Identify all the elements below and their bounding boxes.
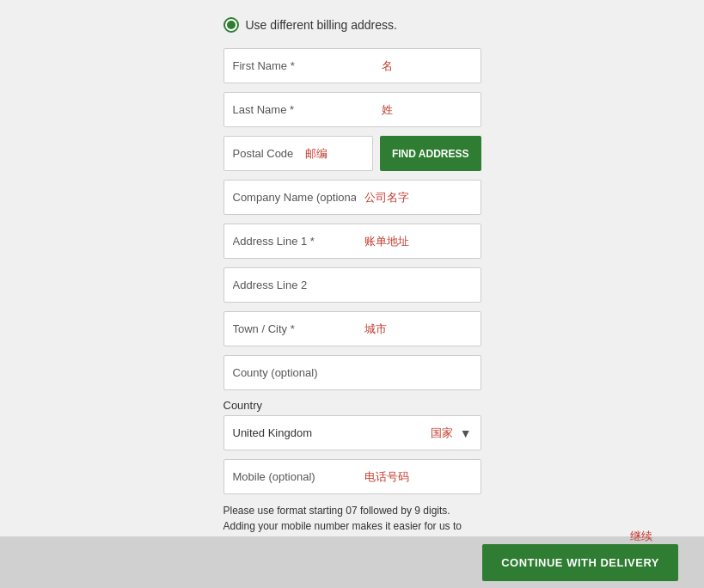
billing-address-form: Use different billing address. 名 姓 邮编 FI… [223, 17, 481, 549]
postal-code-hint: 邮编 [305, 146, 328, 162]
town-hint: 城市 [364, 322, 394, 337]
continue-with-delivery-button[interactable]: CONTINUE WITH DELIVERY [482, 544, 678, 581]
last-name-input[interactable] [224, 93, 378, 126]
county-field [223, 355, 481, 390]
address-line2-field [223, 267, 481, 303]
address-line2-input[interactable] [224, 268, 481, 302]
find-address-button[interactable]: FIND ADDRESS [380, 136, 481, 171]
continue-hint: 继续 [630, 529, 652, 544]
postal-row: 邮编 FIND ADDRESS [223, 136, 481, 171]
address-line1-input[interactable] [224, 224, 365, 258]
chevron-down-icon: ▼ [460, 426, 472, 440]
first-name-input[interactable] [224, 49, 378, 83]
country-label: Country [223, 399, 481, 412]
company-name-input[interactable] [224, 181, 365, 214]
county-input[interactable] [224, 356, 481, 389]
mobile-hint: 电话号码 [364, 469, 416, 485]
postal-code-input[interactable] [224, 137, 306, 170]
continue-btn-wrapper: 继续 CONTINUE WITH DELIVERY [482, 544, 678, 581]
bottom-bar: 继续 CONTINUE WITH DELIVERY [0, 536, 704, 588]
billing-toggle-row[interactable]: Use different billing address. [223, 17, 481, 33]
main-content: Use different billing address. 名 姓 邮编 FI… [0, 0, 704, 588]
address-line1-field: 账单地址 [223, 224, 481, 259]
billing-toggle-radio[interactable] [223, 17, 239, 33]
country-select[interactable]: United Kingdom United States Germany Fra… [233, 416, 431, 450]
mobile-input[interactable] [224, 460, 365, 493]
town-field: 城市 [223, 311, 481, 346]
country-select-wrapper: United Kingdom United States Germany Fra… [223, 415, 481, 450]
country-hint: 国家 [431, 426, 453, 441]
address-line1-hint: 账单地址 [364, 234, 416, 249]
postal-code-field: 邮编 [223, 136, 373, 171]
first-name-field: 名 [223, 48, 481, 83]
company-name-field: 公司名字 [223, 180, 481, 215]
town-input[interactable] [224, 312, 365, 346]
billing-toggle-label: Use different billing address. [246, 18, 397, 32]
last-name-field: 姓 [223, 92, 481, 127]
company-name-hint: 公司名字 [364, 190, 416, 205]
mobile-field: 电话号码 [223, 459, 481, 494]
last-name-hint: 姓 [382, 103, 400, 116]
first-name-hint: 名 [382, 59, 400, 72]
